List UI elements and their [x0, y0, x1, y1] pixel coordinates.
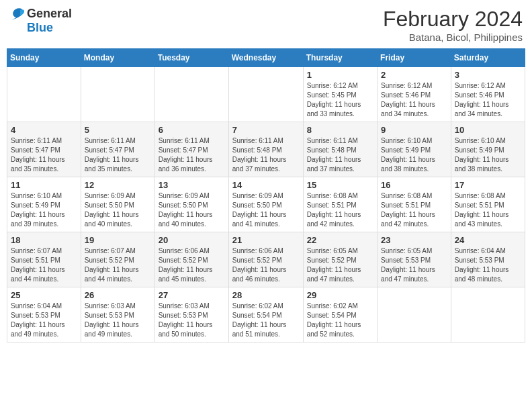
calendar-header-row: Sunday Monday Tuesday Wednesday Thursday… [7, 49, 525, 67]
day-info: Sunrise: 6:12 AM Sunset: 5:46 PM Dayligh… [381, 81, 447, 119]
table-row: 15Sunrise: 6:08 AM Sunset: 5:51 PM Dayli… [303, 177, 377, 232]
day-number: 11 [11, 180, 77, 190]
table-row: 23Sunrise: 6:05 AM Sunset: 5:53 PM Dayli… [378, 232, 451, 287]
day-number: 4 [11, 125, 77, 135]
calendar-week-4: 18Sunrise: 6:07 AM Sunset: 5:51 PM Dayli… [7, 232, 525, 287]
day-number: 5 [85, 125, 151, 135]
day-info: Sunrise: 6:12 AM Sunset: 5:46 PM Dayligh… [455, 81, 521, 119]
day-number: 6 [159, 125, 225, 135]
day-number: 26 [85, 290, 151, 300]
table-row: 24Sunrise: 6:04 AM Sunset: 5:53 PM Dayli… [451, 232, 525, 287]
table-row: 9Sunrise: 6:10 AM Sunset: 5:49 PM Daylig… [378, 122, 451, 177]
day-number: 9 [381, 125, 447, 135]
day-info: Sunrise: 6:09 AM Sunset: 5:50 PM Dayligh… [159, 191, 225, 229]
table-row: 3Sunrise: 6:12 AM Sunset: 5:46 PM Daylig… [451, 67, 525, 122]
calendar-title: February 2024 [383, 7, 523, 32]
table-row: 13Sunrise: 6:09 AM Sunset: 5:50 PM Dayli… [154, 177, 228, 232]
table-row: 19Sunrise: 6:07 AM Sunset: 5:52 PM Dayli… [81, 232, 154, 287]
calendar-week-1: 1Sunrise: 6:12 AM Sunset: 5:45 PM Daylig… [7, 67, 525, 122]
logo: General Blue [9, 7, 72, 35]
calendar-table: Sunday Monday Tuesday Wednesday Thursday… [7, 48, 525, 342]
day-info: Sunrise: 6:10 AM Sunset: 5:49 PM Dayligh… [11, 191, 77, 229]
header-monday: Monday [81, 49, 154, 67]
table-row: 6Sunrise: 6:11 AM Sunset: 5:47 PM Daylig… [154, 122, 228, 177]
day-info: Sunrise: 6:04 AM Sunset: 5:53 PM Dayligh… [455, 246, 521, 284]
table-row: 20Sunrise: 6:06 AM Sunset: 5:52 PM Dayli… [154, 232, 228, 287]
day-number: 19 [85, 235, 151, 245]
table-row: 27Sunrise: 6:03 AM Sunset: 5:53 PM Dayli… [154, 287, 228, 342]
table-row: 5Sunrise: 6:11 AM Sunset: 5:47 PM Daylig… [81, 122, 154, 177]
day-number: 10 [455, 125, 521, 135]
day-info: Sunrise: 6:11 AM Sunset: 5:47 PM Dayligh… [85, 136, 151, 174]
day-number: 28 [232, 290, 300, 300]
day-info: Sunrise: 6:03 AM Sunset: 5:53 PM Dayligh… [159, 302, 225, 339]
day-number: 21 [232, 235, 300, 245]
day-info: Sunrise: 6:11 AM Sunset: 5:47 PM Dayligh… [11, 136, 77, 174]
logo-icon [9, 7, 26, 21]
day-number: 15 [307, 180, 373, 190]
calendar-week-2: 4Sunrise: 6:11 AM Sunset: 5:47 PM Daylig… [7, 122, 525, 177]
table-row [378, 287, 451, 342]
day-number: 27 [159, 290, 225, 300]
day-number: 1 [307, 70, 373, 80]
table-row: 4Sunrise: 6:11 AM Sunset: 5:47 PM Daylig… [7, 122, 81, 177]
table-row: 29Sunrise: 6:02 AM Sunset: 5:54 PM Dayli… [303, 287, 377, 342]
day-info: Sunrise: 6:04 AM Sunset: 5:53 PM Dayligh… [11, 302, 77, 339]
day-number: 22 [307, 235, 373, 245]
table-row: 16Sunrise: 6:08 AM Sunset: 5:51 PM Dayli… [378, 177, 451, 232]
table-row: 11Sunrise: 6:10 AM Sunset: 5:49 PM Dayli… [7, 177, 81, 232]
day-info: Sunrise: 6:11 AM Sunset: 5:47 PM Dayligh… [159, 136, 225, 174]
table-row: 8Sunrise: 6:11 AM Sunset: 5:48 PM Daylig… [303, 122, 377, 177]
day-number: 2 [381, 70, 447, 80]
calendar-week-5: 25Sunrise: 6:04 AM Sunset: 5:53 PM Dayli… [7, 287, 525, 342]
day-info: Sunrise: 6:05 AM Sunset: 5:53 PM Dayligh… [381, 246, 447, 284]
day-info: Sunrise: 6:06 AM Sunset: 5:52 PM Dayligh… [232, 246, 300, 284]
header-saturday: Saturday [451, 49, 525, 67]
day-number: 18 [11, 235, 77, 245]
logo-blue: Blue [27, 21, 53, 35]
day-info: Sunrise: 6:02 AM Sunset: 5:54 PM Dayligh… [307, 302, 373, 339]
day-info: Sunrise: 6:10 AM Sunset: 5:49 PM Dayligh… [381, 136, 447, 174]
day-number: 25 [11, 290, 77, 300]
day-number: 12 [85, 180, 151, 190]
table-row: 14Sunrise: 6:09 AM Sunset: 5:50 PM Dayli… [228, 177, 303, 232]
table-row: 12Sunrise: 6:09 AM Sunset: 5:50 PM Dayli… [81, 177, 154, 232]
day-number: 3 [455, 70, 521, 80]
day-number: 14 [232, 180, 300, 190]
table-row: 25Sunrise: 6:04 AM Sunset: 5:53 PM Dayli… [7, 287, 81, 342]
table-row: 22Sunrise: 6:05 AM Sunset: 5:52 PM Dayli… [303, 232, 377, 287]
table-row: 2Sunrise: 6:12 AM Sunset: 5:46 PM Daylig… [378, 67, 451, 122]
day-info: Sunrise: 6:05 AM Sunset: 5:52 PM Dayligh… [307, 246, 373, 284]
day-info: Sunrise: 6:11 AM Sunset: 5:48 PM Dayligh… [232, 136, 300, 174]
day-number: 24 [455, 235, 521, 245]
header-wednesday: Wednesday [228, 49, 303, 67]
table-row: 1Sunrise: 6:12 AM Sunset: 5:45 PM Daylig… [303, 67, 377, 122]
day-info: Sunrise: 6:12 AM Sunset: 5:45 PM Dayligh… [307, 81, 373, 119]
calendar-week-3: 11Sunrise: 6:10 AM Sunset: 5:49 PM Dayli… [7, 177, 525, 232]
table-row [81, 67, 154, 122]
day-number: 7 [232, 125, 300, 135]
day-number: 17 [455, 180, 521, 190]
day-info: Sunrise: 6:09 AM Sunset: 5:50 PM Dayligh… [85, 191, 151, 229]
calendar-subtitle: Batana, Bicol, Philippines [383, 32, 523, 43]
day-number: 20 [159, 235, 225, 245]
logo-general: General [27, 7, 72, 21]
day-number: 13 [159, 180, 225, 190]
day-info: Sunrise: 6:08 AM Sunset: 5:51 PM Dayligh… [307, 191, 373, 229]
day-number: 23 [381, 235, 447, 245]
table-row: 26Sunrise: 6:03 AM Sunset: 5:53 PM Dayli… [81, 287, 154, 342]
header-tuesday: Tuesday [154, 49, 228, 67]
day-info: Sunrise: 6:07 AM Sunset: 5:52 PM Dayligh… [85, 246, 151, 284]
table-row [228, 67, 303, 122]
day-info: Sunrise: 6:11 AM Sunset: 5:48 PM Dayligh… [307, 136, 373, 174]
table-row: 17Sunrise: 6:08 AM Sunset: 5:51 PM Dayli… [451, 177, 525, 232]
day-info: Sunrise: 6:10 AM Sunset: 5:49 PM Dayligh… [455, 136, 521, 174]
table-row [7, 67, 81, 122]
day-info: Sunrise: 6:08 AM Sunset: 5:51 PM Dayligh… [455, 191, 521, 229]
day-number: 29 [307, 290, 373, 300]
day-info: Sunrise: 6:09 AM Sunset: 5:50 PM Dayligh… [232, 191, 300, 229]
day-number: 8 [307, 125, 373, 135]
day-info: Sunrise: 6:08 AM Sunset: 5:51 PM Dayligh… [381, 191, 447, 229]
table-row: 10Sunrise: 6:10 AM Sunset: 5:49 PM Dayli… [451, 122, 525, 177]
table-row: 7Sunrise: 6:11 AM Sunset: 5:48 PM Daylig… [228, 122, 303, 177]
